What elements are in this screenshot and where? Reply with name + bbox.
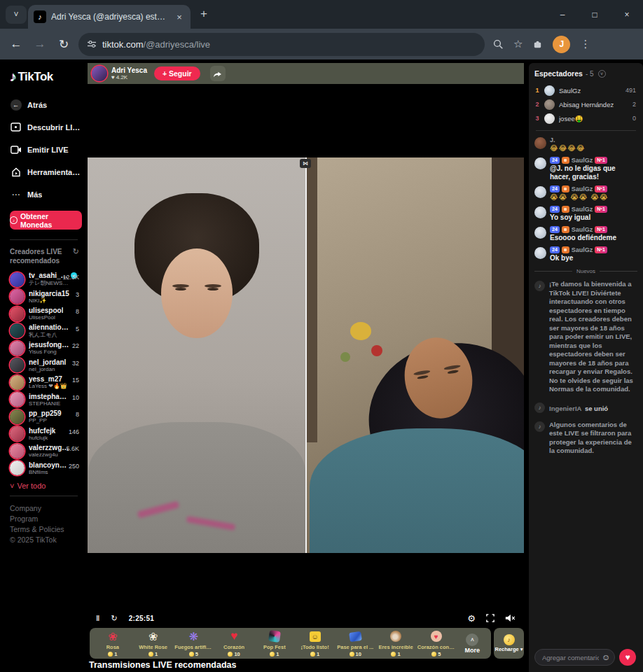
follow-button[interactable]: + Seguir [154, 66, 200, 80]
profile-avatar[interactable]: J [553, 36, 570, 53]
chat-text: 😂😂😂😂 [550, 144, 586, 153]
get-coins-label: Obtener Monedas [20, 212, 82, 229]
chat-message[interactable]: 24 SaulGz Nº1 Ok bye [534, 246, 637, 262]
viewer-row[interactable]: 3 josee🤑 0 [534, 111, 637, 125]
creator-avatar [10, 392, 25, 407]
joined-notice: ♪ IngenierIA se unió [534, 401, 637, 414]
url-text: tiktok.com/@adriyesca/live [102, 39, 210, 50]
creator-list-item[interactable]: pp_pp259 PP_PP 8 [10, 408, 82, 426]
refresh-stream-button[interactable]: ↻ [111, 614, 117, 623]
gift-cost: 1 [155, 651, 158, 657]
refresh-icon[interactable]: ↻ [73, 247, 79, 256]
creator-list-item[interactable]: jesusfong123 Yisus Fong 22 [10, 340, 82, 357]
gift-fuegos[interactable]: Fuegos artific... 5 [173, 630, 214, 657]
forward-icon[interactable]: → [28, 37, 52, 51]
tiktok-logo[interactable]: ♪ TikTok [10, 69, 82, 85]
minimize-button[interactable]: – [546, 10, 579, 20]
gift-eres-increible[interactable]: Eres increíble 1 [375, 630, 416, 657]
gift-pase[interactable]: Pase para el ... 10 [335, 630, 375, 657]
sidebar-item-mas[interactable]: ⋯ Más [10, 188, 82, 200]
footer-link-program[interactable]: Program [10, 514, 82, 524]
coin-icon [108, 652, 113, 657]
tab-search-button[interactable]: ˅ [6, 6, 27, 24]
chat-message[interactable]: J. 😂😂😂😂 [534, 136, 637, 153]
url-bar[interactable]: tiktok.com/@adriyesca/live [78, 33, 485, 56]
gift-rosa[interactable]: Rosa 1 [92, 630, 133, 657]
creator-list-item[interactable]: valerzzwg4u valezzwg4u 5.6K [10, 442, 82, 460]
creator-subtitle: valezzwg4u [29, 451, 69, 458]
close-window-button[interactable]: × [611, 10, 643, 20]
player-controls: Ⅱ ↻ 2:25:51 ⚙ [88, 610, 524, 626]
chat-text: @J. no le digas que hacer, gracias! [550, 164, 637, 181]
extensions-icon[interactable] [532, 39, 543, 50]
settings-gear-icon[interactable]: ⚙ [467, 613, 476, 624]
level-badge: 24 [550, 157, 560, 164]
sidebar-item-atras[interactable]: ← Atrás [10, 99, 82, 111]
creator-list-item[interactable]: tv_asahi_n...✓ テレ朝NEWS【公式... 12.3K [10, 271, 82, 288]
creator-avatar [10, 444, 25, 458]
sidebar-item-descubrir-live[interactable]: Descubrir LIVE [10, 121, 82, 133]
creator-list-item[interactable]: blancoynegr... BNfilms 250 [10, 460, 82, 477]
like-heart-button[interactable]: ♥ [619, 649, 636, 666]
joined-username: IngenierIA [549, 405, 581, 412]
emoji-smiley-icon[interactable]: ☺ [602, 652, 610, 662]
menu-kebab-icon[interactable]: ⋮ [580, 38, 590, 50]
bookmark-star-icon[interactable]: ☆ [513, 38, 523, 50]
pause-button[interactable]: Ⅱ [96, 614, 99, 623]
viewers-header[interactable]: Espectadores - 5 ˅ [534, 69, 637, 78]
gift-white-rose[interactable]: White Rose 1 [133, 630, 174, 657]
chat-message[interactable]: 24 SaulGz Nº1 Esoooo defiéndeme [534, 226, 637, 242]
tiktok-note-icon: ♪ [534, 402, 545, 413]
footer-link-company[interactable]: Company [10, 503, 82, 513]
chat-message[interactable]: 24 SaulGz Nº1 @J. no le digas que hacer,… [534, 157, 637, 181]
zoom-icon[interactable] [493, 39, 504, 50]
get-coins-button[interactable]: ♪ Obtener Monedas [10, 211, 82, 230]
fullscreen-icon[interactable] [486, 614, 495, 622]
live-video[interactable]: ⋈ [88, 84, 524, 610]
pin-icon[interactable]: ⋈ [300, 159, 311, 168]
host-avatar[interactable] [92, 66, 107, 81]
share-button[interactable] [210, 66, 226, 81]
tiktok-coin-icon: ♪ [504, 634, 515, 645]
gifter-badge [562, 246, 569, 253]
recharge-button[interactable]: ♪ Recharge ▾ [494, 628, 524, 659]
ver-todo-link[interactable]: ˅ Ver todo [10, 482, 82, 490]
heart-gift-icon [230, 629, 237, 643]
chat-avatar [534, 206, 546, 218]
more-gifts-button[interactable]: ˄ More [457, 634, 488, 654]
tab-close-icon[interactable]: × [174, 11, 185, 22]
creator-list-item[interactable]: imstephanie.b STEPHANIE 10 [10, 391, 82, 409]
new-tab-button[interactable]: + [200, 7, 207, 21]
creator-list-item[interactable]: aliennationtv 乳ん工モ八 5 [10, 323, 82, 340]
chat-message[interactable]: 24 SaulGz Nº1 Yo soy igual [534, 206, 637, 222]
chat-message[interactable]: 24 SaulGz Nº1 😭😭 😭😭 😭😭 [534, 186, 637, 202]
creator-avatar [10, 375, 25, 390]
creator-list-item[interactable]: nikigarcia15 NIKI✨ 3 [10, 288, 82, 306]
video-feed-right [307, 158, 524, 553]
volume-muted-icon[interactable] [505, 614, 516, 622]
creator-list-item[interactable]: ulisespool UlisesPool 8 [10, 305, 82, 323]
sidebar-item-herramientas[interactable]: Herramientas de cr... [10, 166, 82, 178]
viewer-row[interactable]: 1 SaulGz 491 [534, 83, 637, 97]
creator-list-item[interactable]: nel_jordanl nel_jordan 32 [10, 357, 82, 374]
url-domain: tiktok.com [102, 39, 144, 50]
sidebar-item-emitir-live[interactable]: Emitir LIVE [10, 144, 82, 155]
maximize-button[interactable]: □ [579, 10, 611, 20]
viewer-row[interactable]: 2 Abisag Hernández 2 [534, 97, 637, 111]
tune-icon[interactable] [87, 39, 97, 49]
creator-list-item[interactable]: hufcfejk hufclujk 146 [10, 426, 82, 443]
gift-corazon[interactable]: Corazón 10 [214, 630, 254, 657]
creator-viewer-count: 5.6K [66, 445, 79, 452]
browser-tab[interactable]: ♪ Adri Yesca (@adriyesca) está LIV × [28, 5, 191, 29]
back-icon[interactable]: ← [4, 37, 28, 51]
gift-pop-fest[interactable]: Pop Fest 1 [254, 630, 295, 657]
chevron-down-icon[interactable]: ˅ [598, 70, 606, 78]
creator-list-item[interactable]: yess_m27 LaYess ❤🔥👑 15 [10, 374, 82, 391]
footer-link-terms[interactable]: Terms & Policies [10, 524, 82, 534]
creator-subtitle: PP_PP [29, 417, 62, 424]
gift-cost: 10 [234, 651, 240, 657]
reload-icon[interactable]: ↻ [52, 37, 76, 52]
gift-todo-listo[interactable]: ☺ ¡Todo listo! 1 [295, 630, 336, 657]
gift-corazon-con[interactable]: ♥ Corazón con l... 5 [416, 630, 457, 657]
tiktok-note-icon: ♪ [10, 69, 17, 85]
